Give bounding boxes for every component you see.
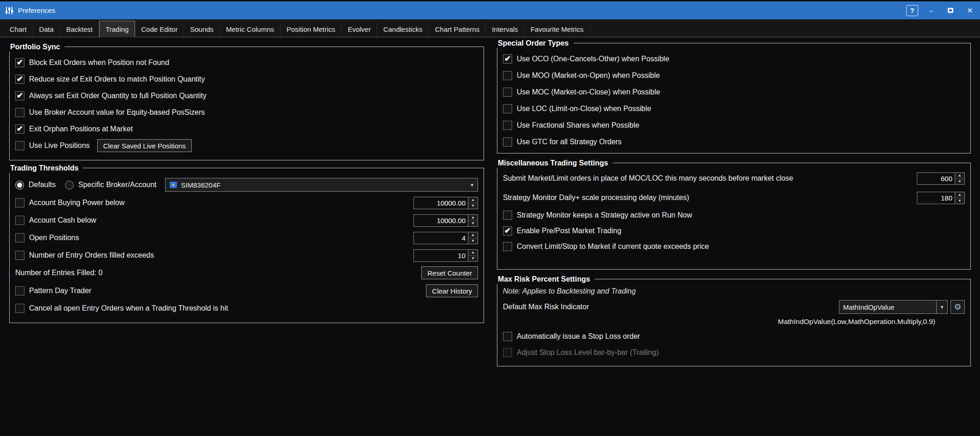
portfolio-sync-group: Portfolio Sync ✔ Block Exit Orders when … xyxy=(9,47,484,160)
option-row: ✔ Always set Exit Order Quantity to full… xyxy=(15,88,478,104)
indicator-settings-button[interactable]: ⚙ xyxy=(950,300,965,314)
use-moo-checkbox[interactable]: ✔ xyxy=(503,71,512,80)
option-label: Use LOC (Limit-on-Close) when Possible xyxy=(517,105,651,113)
reset-counter-button[interactable]: Reset Counter xyxy=(421,266,478,279)
tab-position-metrics[interactable]: Position Metrics xyxy=(281,22,342,37)
pre-post-market-checkbox[interactable]: ✔ xyxy=(503,226,512,236)
tab-intervals[interactable]: Intervals xyxy=(486,22,525,37)
option-label: Convert Limit/Stop to Market if current … xyxy=(517,242,709,251)
option-label: Use OCO (One-Cancels-Other) when Possibl… xyxy=(517,55,669,63)
option-label: Automatically issue a Stop Loss order xyxy=(517,332,640,341)
entry-orders-filled-checkbox[interactable]: ✔ xyxy=(15,251,24,260)
max-risk-indicator-combo[interactable]: MathIndOpValue ▾ xyxy=(839,300,948,314)
full-position-quantity-checkbox[interactable]: ✔ xyxy=(15,91,24,100)
option-row: ✔ Use MOO (Market-on-Open) when Possible xyxy=(503,67,965,84)
spin-down-button[interactable]: ▼ xyxy=(955,198,964,204)
convert-limit-stop-checkbox[interactable]: ✔ xyxy=(503,242,512,251)
spin-down-button[interactable]: ▼ xyxy=(468,238,478,244)
spin-down-button[interactable]: ▼ xyxy=(468,256,478,261)
exit-orphan-positions-checkbox[interactable]: ✔ xyxy=(15,124,24,134)
clear-saved-live-positions-button[interactable]: Clear Saved Live Positions xyxy=(97,139,192,152)
option-row: ✔ Enable Pre/Post Market Trading xyxy=(503,223,965,239)
help-button[interactable]: ? xyxy=(906,5,918,16)
tab-candlesticks[interactable]: Candlesticks xyxy=(377,22,429,37)
use-fractional-shares-checkbox[interactable]: ✔ xyxy=(503,121,512,130)
spin-down-button[interactable]: ▼ xyxy=(468,203,478,209)
trailing-stop-loss-checkbox[interactable]: ✔ xyxy=(503,348,512,357)
daily-delay-input[interactable] xyxy=(917,192,955,204)
threshold-label: Open Positions xyxy=(29,234,79,242)
tab-chart-patterns[interactable]: Chart Patterns xyxy=(429,22,486,37)
moc-loc-seconds-input[interactable] xyxy=(917,173,955,184)
gear-icon: ⚙ xyxy=(954,302,961,312)
tab-code-editor[interactable]: Code Editor xyxy=(135,22,184,37)
tab-favourite-metrics[interactable]: Favourite Metrics xyxy=(525,22,590,37)
specific-broker-radio-label: Specific Broker/Account xyxy=(78,181,157,189)
spin-up-button[interactable]: ▲ xyxy=(468,215,478,221)
threshold-row: ✔ Open Positions ▲▼ xyxy=(15,229,478,247)
open-positions-input[interactable] xyxy=(414,232,468,244)
option-label: Use MOC (Market-on-Close) when Possible xyxy=(517,88,660,96)
option-row: ✔ Adjust Stop Loss Level bar-by-bar (Tra… xyxy=(503,345,965,360)
spin-up-button[interactable]: ▲ xyxy=(468,250,478,256)
close-button[interactable]: ✕ xyxy=(963,5,976,17)
entries-filled-label: Number of Entries Filled: 0 xyxy=(15,269,102,277)
cancel-all-entry-orders-checkbox[interactable]: ✔ xyxy=(15,304,24,313)
moc-loc-seconds-spinner: ▲▼ xyxy=(917,172,965,185)
buying-power-input[interactable] xyxy=(414,197,468,209)
auto-stop-loss-checkbox[interactable]: ✔ xyxy=(503,332,512,341)
portfolio-sync-title: Portfolio Sync xyxy=(9,42,65,52)
block-exit-orders-checkbox[interactable]: ✔ xyxy=(15,58,24,67)
misc-trading-settings-group: Miscellaneous Trading Settings Submit Ma… xyxy=(497,163,971,270)
account-cash-checkbox[interactable]: ✔ xyxy=(15,216,24,225)
strategy-monitor-active-checkbox[interactable]: ✔ xyxy=(503,211,512,220)
option-label: Use Fractional Shares when Possible xyxy=(517,121,639,130)
misc-trading-settings-title: Miscellaneous Trading Settings xyxy=(497,158,613,168)
broker-account-combo[interactable]: SIM836204F ▾ xyxy=(165,178,478,192)
spin-down-button[interactable]: ▼ xyxy=(955,179,964,184)
tab-sounds[interactable]: Sounds xyxy=(184,22,220,37)
spin-up-button[interactable]: ▲ xyxy=(468,232,478,238)
open-positions-checkbox[interactable]: ✔ xyxy=(15,233,24,242)
clear-history-button[interactable]: Clear History xyxy=(426,284,478,297)
spin-up-button[interactable]: ▲ xyxy=(468,197,478,203)
tab-backtest[interactable]: Backtest xyxy=(60,22,99,37)
backtesting-note: Note: Applies to Backtesting and Trading xyxy=(503,287,636,295)
threshold-label: Account Cash below xyxy=(29,216,96,224)
use-oco-checkbox[interactable]: ✔ xyxy=(503,54,512,64)
use-live-positions-checkbox[interactable]: ✔ xyxy=(15,141,24,150)
specific-broker-radio[interactable] xyxy=(65,181,74,189)
minimize-button[interactable]: – xyxy=(925,5,938,17)
tab-metric-columns[interactable]: Metric Columns xyxy=(220,22,280,37)
maximize-button[interactable] xyxy=(944,5,957,17)
tab-evolver[interactable]: Evolver xyxy=(342,22,377,37)
option-row: ✔ Use GTC for all Strategy Orders xyxy=(503,134,965,150)
tab-chart[interactable]: Chart xyxy=(4,22,33,37)
setting-label: Submit Market/Limit orders in place of M… xyxy=(503,174,793,183)
use-loc-checkbox[interactable]: ✔ xyxy=(503,104,512,113)
use-gtc-checkbox[interactable]: ✔ xyxy=(503,137,512,147)
window-title: Preferences xyxy=(18,6,55,14)
chevron-down-icon: ▾ xyxy=(936,300,947,313)
option-row: ✔ Strategy Monitor keeps a Strategy acti… xyxy=(503,207,965,223)
spin-up-button[interactable]: ▲ xyxy=(955,192,964,198)
broker-account-value-checkbox[interactable]: ✔ xyxy=(15,108,24,117)
entry-orders-filled-input[interactable] xyxy=(414,250,468,261)
option-label: Cancel all open Entry Orders when a Trad… xyxy=(29,304,228,312)
spin-down-button[interactable]: ▼ xyxy=(468,221,478,226)
preferences-tabbar: Chart Data Backtest Trading Code Editor … xyxy=(0,19,980,37)
indicator-detail-text: MathIndOpValue(Low,MathOperation.Multipl… xyxy=(503,315,965,328)
defaults-radio[interactable] xyxy=(15,181,24,189)
buying-power-checkbox[interactable]: ✔ xyxy=(15,198,24,207)
check-icon: ✔ xyxy=(17,92,23,100)
account-cash-input[interactable] xyxy=(414,215,468,226)
reduce-exit-size-checkbox[interactable]: ✔ xyxy=(15,75,24,84)
pattern-day-trader-checkbox[interactable]: ✔ xyxy=(15,286,24,295)
spin-up-button[interactable]: ▲ xyxy=(955,173,964,179)
threshold-row: ✔ Account Buying Power below ▲▼ xyxy=(15,194,478,212)
option-row: ✔ Use MOC (Market-on-Close) when Possibl… xyxy=(503,84,965,100)
use-moc-checkbox[interactable]: ✔ xyxy=(503,88,512,97)
tab-data[interactable]: Data xyxy=(33,22,60,37)
tab-trading[interactable]: Trading xyxy=(99,21,135,37)
pattern-day-trader-row: ✔ Pattern Day Trader Clear History xyxy=(15,282,478,300)
